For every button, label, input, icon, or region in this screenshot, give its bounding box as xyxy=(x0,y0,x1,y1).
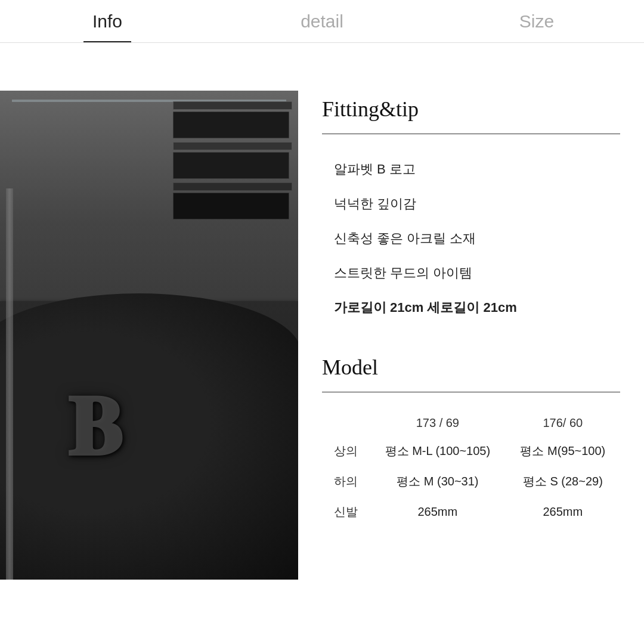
model-table: 173 / 69 176/ 60 상의 평소 M-L (100~105) 평소 … xyxy=(322,410,620,527)
col-header-1: 173 / 69 xyxy=(370,410,506,436)
hat-logo-b: 𝐁 xyxy=(67,379,120,476)
fitting-item-4: 스트릿한 무드의 아이템 xyxy=(322,256,620,290)
fitting-item-5: 가로길이 21cm 세로길이 21cm xyxy=(322,290,620,325)
row-1-label: 상의 xyxy=(322,436,370,466)
row-1-col2: 평소 M(95~100) xyxy=(506,436,620,466)
row-3-col1: 265mm xyxy=(370,497,506,527)
model-section: Model 173 / 69 176/ 60 상의 평소 M-L (100~10… xyxy=(322,355,620,527)
row-3-col2: 265mm xyxy=(506,497,620,527)
row-3-label: 신발 xyxy=(322,497,370,527)
row-2-col2: 평소 S (28~29) xyxy=(506,466,620,497)
col-header-2: 176/ 60 xyxy=(506,410,620,436)
row-2-col1: 평소 M (30~31) xyxy=(370,466,506,497)
info-panel: Fitting&tip 알파벳 B 로고 넉넉한 깊이감 신축성 좋은 아크릴 … xyxy=(298,91,644,644)
model-header-row: 173 / 69 176/ 60 xyxy=(322,410,620,436)
row-2-label: 하의 xyxy=(322,466,370,497)
model-divider xyxy=(322,392,620,392)
row-1-col1: 평소 M-L (100~105) xyxy=(370,436,506,466)
model-title: Model xyxy=(322,355,620,380)
tab-info[interactable]: Info xyxy=(0,0,215,42)
image-placeholder: 𝐁 xyxy=(0,91,298,580)
fitting-item-1: 알파벳 B 로고 xyxy=(322,152,620,187)
tab-navigation: Info detail Size xyxy=(0,0,644,43)
col-header-label xyxy=(322,410,370,436)
fitting-item-3: 신축성 좋은 아크릴 소재 xyxy=(322,221,620,256)
fitting-title: Fitting&tip xyxy=(322,97,620,122)
tab-detail[interactable]: detail xyxy=(215,0,429,42)
fitting-divider xyxy=(322,134,620,134)
product-image: 𝐁 xyxy=(0,91,298,580)
fitting-list: 알파벳 B 로고 넉넉한 깊이감 신축성 좋은 아크릴 소재 스트릿한 무드의 … xyxy=(322,152,620,325)
hat-body: 𝐁 xyxy=(0,293,298,580)
fitting-section: Fitting&tip 알파벳 B 로고 넉넉한 깊이감 신축성 좋은 아크릴 … xyxy=(322,97,620,325)
table-row: 상의 평소 M-L (100~105) 평소 M(95~100) xyxy=(322,436,620,466)
main-content: 𝐁 Fitting&tip 알파벳 B 로고 넉넉한 깊이감 신축성 좋은 아크… xyxy=(0,43,644,644)
stand-left xyxy=(6,188,13,580)
table-row: 하의 평소 M (30~31) 평소 S (28~29) xyxy=(322,466,620,497)
tab-size[interactable]: Size xyxy=(429,0,644,42)
table-row: 신발 265mm 265mm xyxy=(322,497,620,527)
fitting-item-2: 넉넉한 깊이감 xyxy=(322,187,620,221)
box-stack xyxy=(173,101,292,219)
